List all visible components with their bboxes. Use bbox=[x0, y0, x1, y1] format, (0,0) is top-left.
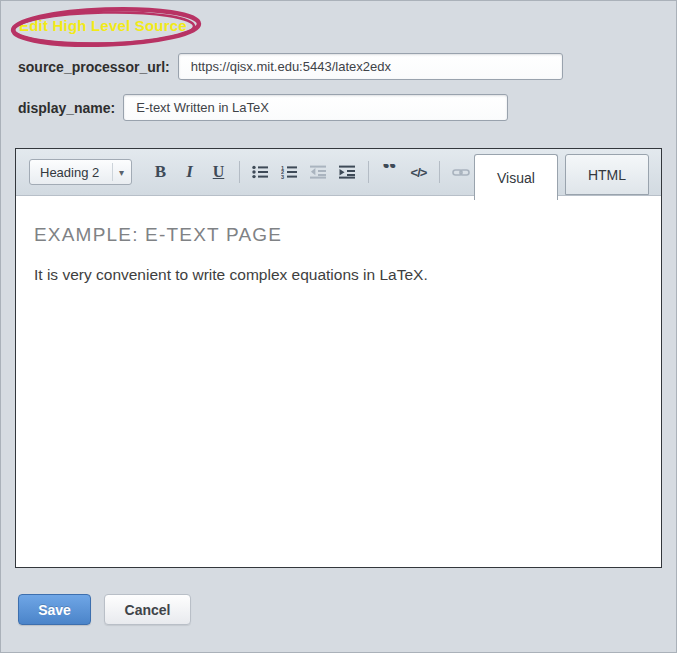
editor-mode-tabs: Visual HTML bbox=[474, 154, 649, 200]
toolbar-separator bbox=[239, 161, 240, 183]
indent-icon bbox=[339, 165, 356, 179]
indent-button[interactable] bbox=[333, 159, 362, 185]
bold-button[interactable]: B bbox=[146, 159, 175, 185]
code-icon: </> bbox=[411, 165, 427, 180]
blockquote-button[interactable]: “ bbox=[375, 159, 404, 185]
source-processor-url-input[interactable] bbox=[178, 53, 563, 80]
rich-text-editor: Heading 2 ▾ B I U 1 bbox=[15, 148, 662, 568]
outdent-button bbox=[304, 159, 333, 185]
format-select-value: Heading 2 bbox=[40, 165, 99, 180]
toolbar-separator bbox=[368, 161, 369, 183]
source-processor-url-label: source_processor_url: bbox=[18, 59, 170, 75]
outdent-icon bbox=[310, 165, 327, 179]
link-button bbox=[446, 159, 475, 185]
page-title-wrap: Edit High Level Source bbox=[19, 14, 239, 36]
blockquote-icon: “ bbox=[382, 164, 397, 180]
tab-visual[interactable]: Visual bbox=[474, 154, 558, 200]
link-icon bbox=[452, 164, 470, 180]
content-paragraph: It is very convenient to write complex e… bbox=[34, 266, 643, 284]
display-name-input[interactable] bbox=[123, 94, 508, 121]
content-heading: EXAMPLE: E-TEXT PAGE bbox=[34, 224, 643, 246]
bullet-list-icon bbox=[252, 165, 269, 179]
format-select[interactable]: Heading 2 ▾ bbox=[29, 159, 132, 185]
editor-content-area[interactable]: EXAMPLE: E-TEXT PAGE It is very convenie… bbox=[16, 196, 661, 567]
source-processor-url-row: source_processor_url: bbox=[18, 53, 676, 80]
editor-toolbar: Heading 2 ▾ B I U 1 bbox=[16, 149, 661, 196]
display-name-label: display_name: bbox=[18, 100, 115, 116]
edit-source-dialog: { "page": { "title": "Edit High Level So… bbox=[0, 0, 677, 653]
toolbar-separator bbox=[439, 161, 440, 183]
dialog-actions: Save Cancel bbox=[18, 594, 676, 625]
bold-icon: B bbox=[155, 162, 166, 182]
underline-icon: U bbox=[213, 163, 225, 181]
code-button[interactable]: </> bbox=[404, 159, 433, 185]
italic-icon: I bbox=[186, 162, 193, 182]
svg-text:3: 3 bbox=[281, 174, 284, 179]
cancel-button[interactable]: Cancel bbox=[104, 594, 191, 625]
bullet-list-button[interactable] bbox=[246, 159, 275, 185]
save-button[interactable]: Save bbox=[18, 594, 91, 625]
numbered-list-icon: 1 2 3 bbox=[281, 165, 298, 179]
italic-button[interactable]: I bbox=[175, 159, 204, 185]
underline-button[interactable]: U bbox=[204, 159, 233, 185]
tab-html[interactable]: HTML bbox=[565, 154, 649, 195]
chevron-down-icon: ▾ bbox=[112, 163, 131, 181]
numbered-list-button[interactable]: 1 2 3 bbox=[275, 159, 304, 185]
display-name-row: display_name: bbox=[18, 94, 676, 121]
page-title: Edit High Level Source bbox=[19, 14, 239, 34]
